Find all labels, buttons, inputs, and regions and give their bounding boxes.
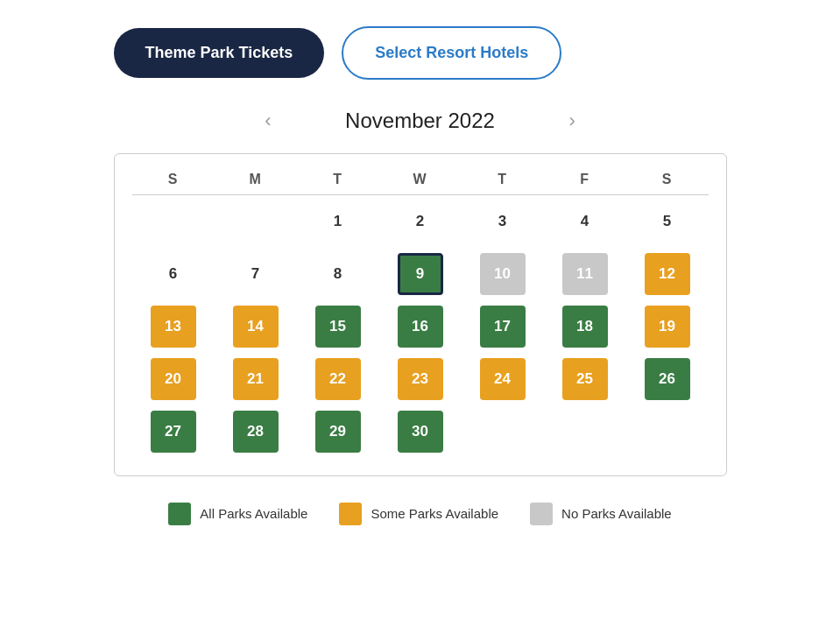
next-month-button[interactable]: ›	[561, 106, 584, 136]
day-19[interactable]: 19	[626, 300, 709, 353]
day-13[interactable]: 13	[132, 300, 215, 353]
week-row-4: 27282930	[132, 405, 709, 458]
day-header-5: F	[544, 163, 626, 195]
day-empty	[215, 195, 297, 248]
day-header-4: T	[462, 163, 544, 195]
legend-item-yellow: Some Parks Available	[339, 503, 498, 525]
day-4[interactable]: 4	[544, 195, 626, 248]
day-28[interactable]: 28	[215, 405, 297, 458]
week-row-0: 12345	[132, 195, 709, 248]
day-header-3: W	[379, 163, 462, 195]
week-row-2: 13141516171819	[132, 300, 709, 353]
day-empty	[544, 405, 626, 458]
legend-swatch-green	[168, 503, 191, 525]
week-row-1: 6789101112	[132, 248, 709, 300]
day-24[interactable]: 24	[462, 353, 544, 405]
legend-item-gray: No Parks Available	[530, 503, 672, 525]
main-container: Theme Park Tickets Select Resort Hotels …	[96, 18, 745, 534]
day-8[interactable]: 8	[297, 248, 379, 300]
day-1[interactable]: 1	[297, 195, 379, 248]
resort-hotels-button[interactable]: Select Resort Hotels	[342, 26, 561, 80]
legend-item-green: All Parks Available	[168, 503, 307, 525]
day-headers-row: SMTWTFS	[132, 163, 709, 195]
day-header-6: S	[626, 163, 709, 195]
month-title: November 2022	[333, 109, 508, 133]
legend: All Parks AvailableSome Parks AvailableN…	[114, 503, 727, 525]
day-header-0: S	[132, 163, 215, 195]
day-9[interactable]: 9	[379, 248, 462, 300]
day-10[interactable]: 10	[462, 248, 544, 300]
day-20[interactable]: 20	[132, 353, 215, 405]
day-6[interactable]: 6	[132, 248, 215, 300]
prev-month-button[interactable]: ‹	[256, 106, 279, 136]
day-cell-empty	[132, 195, 215, 248]
theme-park-button[interactable]: Theme Park Tickets	[114, 28, 325, 78]
day-14[interactable]: 14	[215, 300, 297, 353]
day-21[interactable]: 21	[215, 353, 297, 405]
legend-label-green: All Parks Available	[200, 506, 307, 521]
day-15[interactable]: 15	[297, 300, 379, 353]
day-27[interactable]: 27	[132, 405, 215, 458]
day-22[interactable]: 22	[297, 353, 379, 405]
day-23[interactable]: 23	[379, 353, 462, 405]
day-11[interactable]: 11	[544, 248, 626, 300]
calendar-header: ‹ November 2022 ›	[114, 106, 727, 136]
legend-swatch-gray	[530, 503, 553, 525]
calendar-thead: SMTWTFS	[132, 163, 709, 195]
day-25[interactable]: 25	[544, 353, 626, 405]
day-empty	[626, 405, 709, 458]
calendar-wrapper: SMTWTFS 12345678910111213141516171819202…	[114, 153, 727, 476]
day-5[interactable]: 5	[626, 195, 709, 248]
top-buttons: Theme Park Tickets Select Resort Hotels	[114, 26, 727, 80]
day-16[interactable]: 16	[379, 300, 462, 353]
day-header-1: M	[215, 163, 297, 195]
day-header-2: T	[297, 163, 379, 195]
day-26[interactable]: 26	[626, 353, 709, 405]
day-29[interactable]: 29	[297, 405, 379, 458]
day-2[interactable]: 2	[379, 195, 462, 248]
day-7[interactable]: 7	[215, 248, 297, 300]
day-12[interactable]: 12	[626, 248, 709, 300]
legend-swatch-yellow	[339, 503, 362, 525]
calendar-tbody: 1234567891011121314151617181920212223242…	[132, 195, 709, 458]
day-17[interactable]: 17	[462, 300, 544, 353]
day-30[interactable]: 30	[379, 405, 462, 458]
day-empty	[462, 405, 544, 458]
day-3[interactable]: 3	[462, 195, 544, 248]
day-18[interactable]: 18	[544, 300, 626, 353]
calendar-grid: SMTWTFS 12345678910111213141516171819202…	[132, 163, 709, 458]
legend-label-gray: No Parks Available	[561, 506, 672, 521]
week-row-3: 20212223242526	[132, 353, 709, 405]
legend-label-yellow: Some Parks Available	[371, 506, 498, 521]
